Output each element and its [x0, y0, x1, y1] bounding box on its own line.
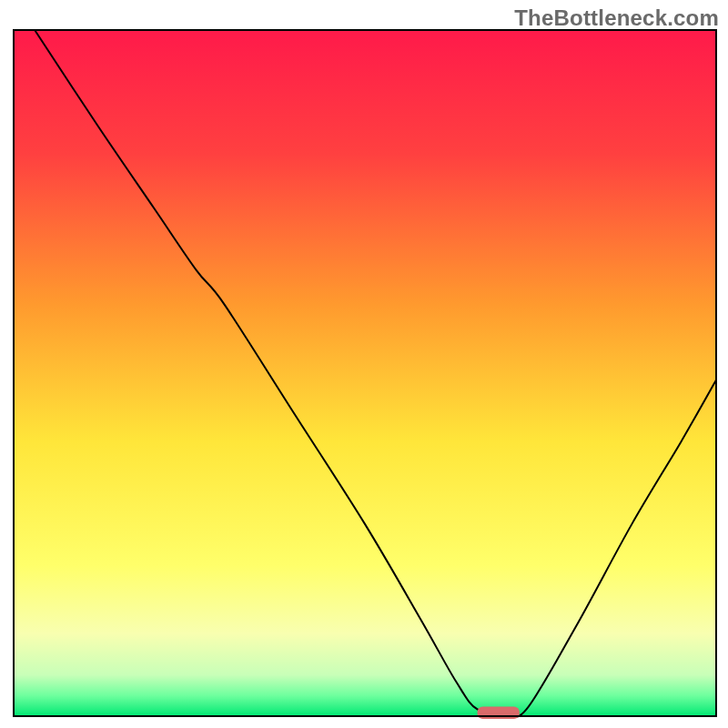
watermark-text: TheBottleneck.com: [514, 5, 719, 31]
chart-frame: TheBottleneck.com: [0, 0, 728, 728]
bottleneck-chart: [0, 0, 728, 728]
plot-background: [14, 30, 716, 716]
